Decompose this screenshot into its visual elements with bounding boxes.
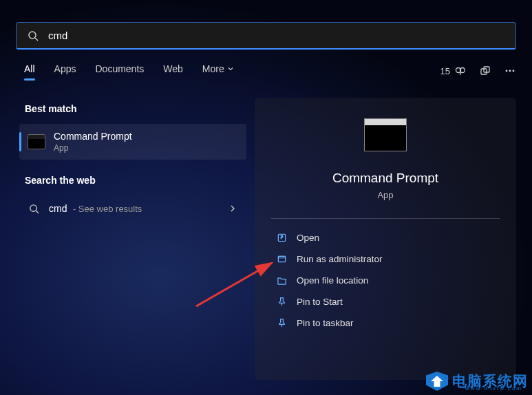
web-query-text: cmd [49, 203, 67, 214]
divider [271, 218, 500, 219]
result-text: Command Prompt App [54, 131, 132, 153]
svg-point-8 [509, 70, 511, 72]
result-command-prompt[interactable]: Command Prompt App [19, 124, 246, 160]
tab-documents[interactable]: Documents [95, 63, 144, 78]
open-icon [277, 233, 287, 243]
action-pin-taskbar[interactable]: Pin to taskbar [267, 312, 504, 334]
search-icon [29, 204, 39, 214]
action-open-location[interactable]: Open file location [267, 270, 504, 291]
tab-web[interactable]: Web [163, 63, 183, 78]
tab-more[interactable]: More [202, 63, 234, 78]
command-prompt-large-icon [364, 118, 407, 151]
more-options-button[interactable] [504, 65, 516, 77]
search-bar[interactable] [16, 22, 516, 50]
web-suffix-text: - See web results [73, 204, 142, 214]
action-list: Open Run as administrator Open file loca… [267, 227, 504, 334]
watermark: 电脑系统网 www.dnxtw.com [426, 372, 528, 391]
section-best-match: Best match [19, 103, 246, 114]
action-pin-start[interactable]: Pin to Start [267, 291, 504, 312]
tab-all[interactable]: All [24, 63, 35, 78]
action-open-label: Open [297, 233, 319, 243]
detail-subtitle: App [267, 190, 504, 200]
svg-line-11 [36, 211, 39, 213]
share-icon [479, 65, 491, 77]
action-open-location-label: Open file location [297, 275, 368, 286]
pin-icon [277, 318, 287, 328]
filter-tabs: All Apps Documents Web More [24, 63, 234, 78]
detail-panel: Command Prompt App Open Run as administr… [255, 98, 516, 380]
section-search-web: Search the web [19, 175, 246, 186]
header-actions: 15 [440, 65, 516, 77]
chevron-down-icon [227, 65, 234, 72]
watermark-url: www.dnxtw.com [465, 385, 522, 392]
ellipsis-icon [504, 65, 516, 77]
result-subtitle: App [54, 143, 132, 153]
svg-point-9 [513, 70, 515, 72]
folder-icon [277, 275, 287, 286]
pin-icon [277, 297, 287, 307]
svg-point-10 [30, 204, 36, 211]
rewards-button[interactable]: 15 [440, 65, 467, 77]
search-input[interactable] [48, 30, 504, 41]
web-result-cmd[interactable]: cmd - See web results [19, 195, 246, 222]
rewards-count: 15 [440, 66, 450, 76]
action-open[interactable]: Open [267, 227, 504, 248]
svg-point-7 [506, 70, 508, 72]
svg-line-1 [35, 38, 38, 41]
detail-icon-wrap [267, 118, 504, 151]
share-button[interactable] [479, 65, 491, 77]
action-run-admin[interactable]: Run as administrator [267, 248, 504, 270]
detail-title: Command Prompt [267, 171, 504, 186]
shield-admin-icon [277, 254, 287, 264]
action-run-admin-label: Run as administrator [297, 254, 383, 264]
result-title: Command Prompt [54, 131, 132, 142]
command-prompt-icon [28, 134, 45, 149]
tab-apps[interactable]: Apps [54, 63, 76, 78]
tabs-row: All Apps Documents Web More 15 [24, 63, 516, 78]
chevron-right-icon [228, 204, 237, 213]
action-pin-start-label: Pin to Start [297, 297, 343, 307]
svg-point-0 [29, 32, 36, 39]
search-icon [28, 30, 39, 41]
watermark-badge-icon [426, 372, 448, 391]
results-column: Best match Command Prompt App Search the… [19, 103, 246, 222]
svg-rect-15 [278, 256, 285, 258]
rewards-icon [454, 65, 467, 77]
action-pin-taskbar-label: Pin to taskbar [297, 318, 354, 328]
